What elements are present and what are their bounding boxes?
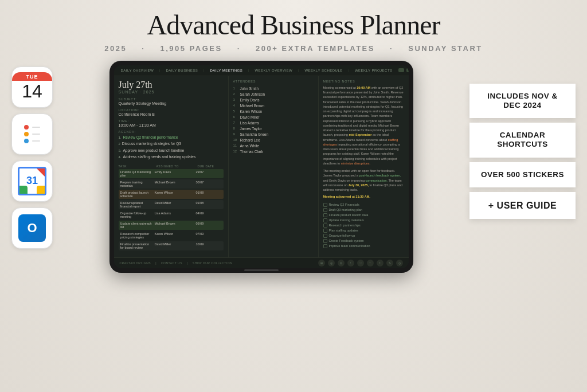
tablet-device: DAILY OVERVIEW | DAILY BUSINESS | DAILY … [109, 61, 413, 273]
tablet-screen: DAILY OVERVIEW | DAILY BUSINESS | DAILY … [114, 65, 409, 268]
checkbox-4[interactable] [323, 218, 327, 222]
checklist-area: Review Q2 Financials Draft Q3 marketing … [323, 203, 404, 248]
checkbox-6[interactable] [323, 229, 327, 233]
footer-links: CRAFTAN DESIGNS | CONTACT US | SHOP OUR … [120, 261, 233, 265]
agenda-item-4: 4. Address staffing needs and training u… [119, 155, 224, 159]
footer-icon-7[interactable]: ≡ [377, 260, 383, 266]
left-icons: TUE 14 [11, 61, 53, 249]
notes-text-1: Meeting commenced at 10:00 AM with an ov… [323, 85, 404, 166]
tasks-col-task: TASK [119, 164, 155, 168]
checkbox-9[interactable] [323, 244, 327, 248]
header: Advanced Business Planner 2025 · 1,905 P… [0, 0, 587, 56]
tablet-date-sub: SUNDAY · 2025 [119, 90, 224, 94]
notes-header: MEETING NOTES [323, 80, 404, 83]
nav-item-daily-business[interactable]: DAILY BUSINESS [163, 68, 200, 73]
footer-link-3[interactable]: SHOP OUR COLLECTION [193, 261, 232, 265]
agenda-item-3: 3. Approve new product launch timeline [119, 148, 224, 153]
tasks-app-icon[interactable] [11, 113, 53, 155]
main-title: Advanced Business Planner [0, 10, 587, 41]
agenda-item-2: 2 Discuss marketing strategies for Q3 [119, 142, 224, 146]
footer-icon-5[interactable]: ♡ [357, 260, 364, 266]
checkbox-2[interactable] [323, 208, 327, 212]
tablet-home-indicator [244, 269, 279, 271]
task-dot-1 [24, 125, 40, 130]
outlook-app-icon[interactable] [11, 207, 53, 249]
right-badges: INCLUDES NOV & DEC 2024 CALENDAR SHORTCU… [469, 61, 576, 219]
checkbox-5[interactable] [323, 224, 327, 228]
attendee-4: 4Michael Brown [233, 104, 314, 108]
subject-label: SUBJECT: [119, 97, 224, 101]
subtitle-templates: 200+ EXTRA TEMPLATES [256, 44, 375, 53]
task-row-8: Finalize presentation for board review D… [119, 241, 224, 250]
notes-footer: Meeting adjourned at 11:30 AM. [323, 194, 404, 199]
checkbox-1[interactable] [323, 203, 327, 207]
notes-text-2: The meeting ended with an open floor for… [323, 168, 404, 192]
calendar-app-icon[interactable]: TUE 14 [11, 66, 53, 108]
tablet-body: July 27th SUNDAY · 2025 SUBJECT: Quarter… [114, 76, 409, 257]
agenda-header: AGENDA: [119, 130, 224, 134]
attendee-1: 1John Smith [233, 87, 314, 91]
attendee-5: 5Karen Wilson [233, 109, 314, 113]
tasks-col-assigned: ASSIGNED TO [156, 164, 197, 168]
page-container: Advanced Business Planner 2025 · 1,905 P… [0, 0, 587, 392]
attendee-10: 10Richard Lee [233, 138, 314, 142]
nav-icon-2 [406, 68, 409, 72]
footer-sep-1: | [155, 261, 156, 265]
nav-item-weekly-projects[interactable]: WEEKLY PROJECTS [353, 68, 395, 73]
attendees-header: ATTENDEES [233, 80, 314, 83]
badge-nov-dec: INCLUDES NOV & DEC 2024 [469, 84, 576, 118]
location-value: Conference Room B [119, 112, 224, 116]
time-value: 10:00 AM - 11:30 AM [119, 123, 224, 127]
attendee-3: 3Emily Davis [233, 98, 314, 102]
footer-link-1[interactable]: CRAFTAN DESIGNS [120, 261, 151, 265]
tablet-nav: DAILY OVERVIEW | DAILY BUSINESS | DAILY … [114, 65, 409, 76]
footer-icon-3[interactable]: ⊡ [338, 260, 345, 266]
tablet-wrapper: DAILY OVERVIEW | DAILY BUSINESS | DAILY … [61, 61, 461, 273]
checkbox-3[interactable] [323, 213, 327, 217]
footer-icon-6[interactable]: + [367, 260, 374, 266]
checklist-item-2: Draft Q3 marketing plan [323, 208, 404, 212]
tablet-date: July 27th [119, 80, 224, 90]
task-row-6: Update client outreach list Michael Brow… [119, 221, 224, 230]
checklist-item-3: Finalize product launch data [323, 213, 404, 217]
nav-item-weekly-schedule[interactable]: WEEKLY SCHEDULE [302, 68, 345, 73]
subtitle-year: 2025 [104, 44, 127, 53]
footer-link-2[interactable]: CONTACT US [161, 261, 182, 265]
attendee-7: 7Lisa Adams [233, 121, 314, 125]
task-dot-circle-red [24, 125, 29, 130]
task-dot-circle-orange [24, 132, 29, 136]
location-field: LOCATION: Conference Room B [119, 108, 224, 116]
calendar-day-label: TUE [12, 72, 52, 81]
tasks-table-header: TASK ASSIGNED TO DUE DATE [119, 164, 224, 168]
footer-icon-8[interactable]: ✎ [386, 260, 393, 266]
nav-item-daily-overview[interactable]: DAILY OVERVIEW [119, 68, 156, 73]
google-calendar-icon[interactable] [11, 160, 53, 202]
outlook-inner [18, 214, 46, 242]
gcal-inner [18, 167, 46, 195]
footer-icon-2[interactable]: ◎ [328, 260, 335, 266]
task-row-2: Prepare training materials Michael Brown… [119, 179, 224, 189]
attendee-6: 6David Miller [233, 115, 314, 119]
checkbox-7[interactable] [323, 234, 327, 238]
footer-icon-4[interactable]: ↑ [347, 260, 354, 266]
task-row-3: Draft product launch schedule Karen Wils… [119, 190, 224, 199]
footer-icon-1[interactable]: ⊞ [318, 260, 325, 266]
checkbox-8[interactable] [323, 239, 327, 243]
badge-stickers-text: OVER 500 STICKERS [481, 170, 564, 179]
gcal-corner-red [37, 168, 45, 177]
task-dot-line-3 [32, 140, 40, 142]
tablet-middle-panel: ATTENDEES 1John Smith 2Sarah Johnson 3Em… [229, 76, 319, 257]
checklist-item-7: Organize follow-up [323, 234, 404, 238]
nav-item-weekly-overview[interactable]: WEEKLY OVERVIEW [252, 68, 295, 73]
tablet-right-panel: MEETING NOTES Meeting commenced at 10:00… [319, 76, 409, 257]
badge-calendar-shortcuts: CALENDAR SHORTCUTS [469, 123, 576, 157]
badge-calendar-shortcuts-text: CALENDAR SHORTCUTS [480, 131, 565, 149]
content-area: TUE 14 [0, 61, 587, 273]
gcal-corner-yellow [37, 186, 45, 194]
subject-field: SUBJECT: Quarterly Strategy Meeting [119, 97, 224, 105]
footer-icon-9[interactable]: ◷ [396, 260, 403, 266]
nav-item-daily-meetings[interactable]: DAILY MEETINGS [208, 68, 245, 73]
task-dot-line-1 [32, 127, 40, 128]
subtitle-pages: 1,905 PAGES [161, 44, 222, 53]
attendee-8: 8James Taylor [233, 127, 314, 131]
